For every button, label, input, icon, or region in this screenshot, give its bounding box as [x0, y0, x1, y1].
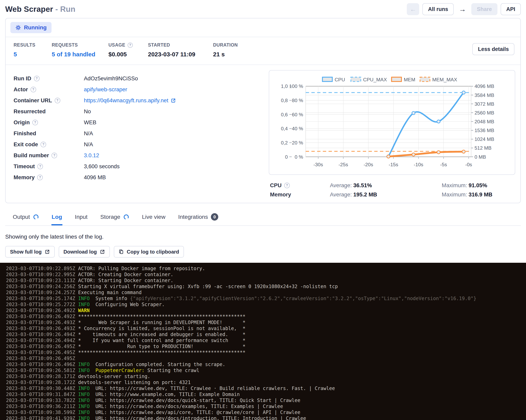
detail-label: Timeout?: [14, 163, 84, 170]
usage-summary-row: Memory Average: 195.2 MB Maximum: 316.9 …: [270, 190, 515, 199]
usage-average: Average: 36.51%: [330, 182, 442, 189]
tab-label: Storage: [100, 214, 120, 220]
download-log-button[interactable]: Download log: [59, 246, 110, 257]
tab-storage[interactable]: Storage: [100, 211, 130, 225]
detail-text: 3,600 seconds: [84, 163, 120, 169]
arrow-right-icon: →: [459, 5, 466, 13]
help-icon[interactable]: ?: [284, 183, 290, 188]
svg-text:0 MB: 0 MB: [475, 154, 486, 160]
tab-label: Output: [13, 214, 30, 220]
header-actions: ←All runs→ShareAPI: [407, 3, 521, 15]
all-runs-button[interactable]: All runs: [422, 3, 454, 15]
help-icon[interactable]: ?: [55, 98, 60, 103]
tab-input[interactable]: Input: [74, 211, 88, 225]
detail-row: Exit code? N/A: [14, 139, 261, 150]
svg-text:CPU: CPU: [335, 77, 345, 82]
detail-link[interactable]: https://0q64wnacgyft.runs.apify.net: [84, 97, 176, 104]
detail-row: Memory? 4096 MB: [14, 172, 261, 183]
help-icon[interactable]: ?: [40, 142, 46, 147]
detail-link[interactable]: apify/web-scraper: [84, 86, 127, 93]
stat-label: STARTED: [148, 42, 208, 48]
log-line: 2023-03-07T10:09:22.995Z ACTOR: Creating…: [6, 272, 526, 277]
log-line: 2023-03-07T10:09:41.939Z INFO URL: https…: [6, 415, 526, 420]
svg-text:1024 MB: 1024 MB: [475, 136, 494, 142]
svg-text:-0s: -0s: [465, 162, 472, 167]
button-label: API: [506, 6, 515, 12]
help-icon[interactable]: ?: [37, 175, 43, 180]
log-line: 2023-03-07T10:09:25.272Z INFO Configurin…: [6, 301, 526, 307]
top-bar: Web Scraper - Run ←All runs→ShareAPI: [5, 0, 521, 18]
tab-log[interactable]: Log: [51, 211, 62, 225]
show-full-log-button[interactable]: Show full log: [5, 246, 55, 257]
detail-row: Container URL? https://0q64wnacgyft.runs…: [14, 95, 261, 106]
tab-output[interactable]: Output: [12, 211, 39, 225]
svg-text:-25s: -25s: [338, 162, 348, 167]
log-terminal[interactable]: 2023-03-07T10:09:22.895Z ACTOR: Pulling …: [0, 263, 526, 420]
less-details-button[interactable]: Less details: [472, 43, 515, 55]
stat-started: STARTED 2023-03-07 11:09: [148, 42, 208, 58]
log-line: 2023-03-07T10:09:26.495Z ***************…: [6, 349, 526, 356]
copy-log-to-clipboard-button[interactable]: Copy log to clipboard: [114, 246, 184, 257]
detail-row: Finished N/A: [14, 128, 261, 139]
stat-results: RESULTS 5: [14, 42, 47, 58]
log-line: 2023-03-07T10:09:26.493Z * Web Scraper i…: [6, 319, 526, 326]
help-icon[interactable]: ?: [37, 164, 43, 169]
help-icon[interactable]: ?: [32, 120, 38, 125]
spinner-icon: [15, 25, 21, 31]
tab-label: Integrations: [178, 214, 208, 220]
help-icon[interactable]: ?: [128, 42, 133, 48]
log-line: 2023-03-07T10:09:33.782Z INFO URL: https…: [6, 397, 526, 403]
detail-link[interactable]: 3.0.12: [84, 152, 99, 159]
tab-count-badge: 0: [211, 213, 218, 221]
svg-text:-10s: -10s: [414, 162, 423, 167]
actor-name: Web Scraper: [5, 5, 53, 13]
detail-row: Resurrected No: [14, 106, 261, 117]
svg-text:4096 MB: 4096 MB: [475, 83, 494, 89]
cpu-memory-chart: 00,20,40,60,81,00 %20 %40 %60 %80 %100 %…: [273, 73, 506, 173]
run-card: Running RESULTS 5 REQUESTS 5 of 19 handl…: [5, 18, 521, 203]
button-label: Download log: [63, 249, 97, 255]
detail-label: Memory?: [14, 174, 84, 181]
svg-text:0,8: 0,8: [281, 98, 288, 103]
detail-label: Container URL?: [14, 97, 84, 104]
share-button[interactable]: Share: [471, 3, 497, 15]
log-line: 2023-03-07T10:09:24.256Z Starting X virt…: [6, 284, 526, 289]
detail-label: Build number?: [14, 152, 84, 159]
next-run-button[interactable]: →: [457, 3, 468, 15]
previous-run-button[interactable]: ←: [407, 3, 419, 15]
button-label: All runs: [428, 6, 448, 12]
log-line: 2023-03-07T10:09:26.581Z INFO PuppeteerC…: [6, 368, 526, 373]
log-notice: Showing only the latest lines of the log…: [5, 233, 521, 240]
tab-integrations[interactable]: Integrations 0: [178, 210, 219, 225]
help-icon[interactable]: ?: [34, 76, 40, 81]
svg-text:1536 MB: 1536 MB: [475, 128, 494, 133]
svg-text:0 %: 0 %: [294, 154, 303, 160]
log-line: 2023-03-07T10:09:26.495Z * Run type to P…: [6, 343, 526, 349]
detail-text: WEB: [84, 119, 96, 125]
loading-spinner-icon: [33, 214, 39, 220]
help-icon[interactable]: ?: [30, 87, 36, 92]
help-icon[interactable]: ?: [51, 153, 57, 158]
stat-usage: USAGE? $0.005: [108, 42, 143, 58]
log-line: 2023-03-07T10:09:23.113Z ACTOR: Starting…: [6, 277, 526, 284]
stat-value: 2023-03-07 11:09: [148, 51, 208, 58]
run-details: Run ID? AdOz5evimh9NCiSSo Actor? apify/w…: [14, 70, 261, 199]
log-line: 2023-03-07T10:09:26.492Z WARN: [6, 307, 526, 314]
log-line: 2023-03-07T10:09:26.494Z * timeouts are …: [6, 331, 526, 338]
usage-summary-row: CPU? Average: 36.51% Maximum: 91.05%: [270, 181, 515, 190]
stats-row: RESULTS 5 REQUESTS 5 of 19 handled USAGE…: [6, 37, 520, 65]
tab-live-view[interactable]: Live view: [142, 211, 166, 225]
usage-summary: CPU? Average: 36.51% Maximum: 91.05% Mem…: [269, 181, 515, 199]
svg-text:0,2: 0,2: [281, 140, 288, 145]
log-line: 2023-03-07T10:09:28.171Z devtools-server…: [6, 373, 526, 379]
log-line: 2023-03-07T10:09:26.495Z: [6, 356, 526, 361]
stat-value[interactable]: 5: [14, 51, 47, 58]
log-line: 2023-03-07T10:09:36.211Z INFO URL: https…: [6, 403, 526, 410]
api-button[interactable]: API: [501, 3, 521, 15]
detail-label: Run ID?: [14, 75, 84, 82]
svg-text:-30s: -30s: [314, 162, 323, 167]
stat-value[interactable]: 5 of 19 handled: [52, 51, 103, 58]
svg-text:512 MB: 512 MB: [475, 145, 491, 151]
log-line: 2023-03-07T10:09:26.492Z ***************…: [6, 314, 526, 319]
detail-text: N/A: [84, 141, 93, 147]
